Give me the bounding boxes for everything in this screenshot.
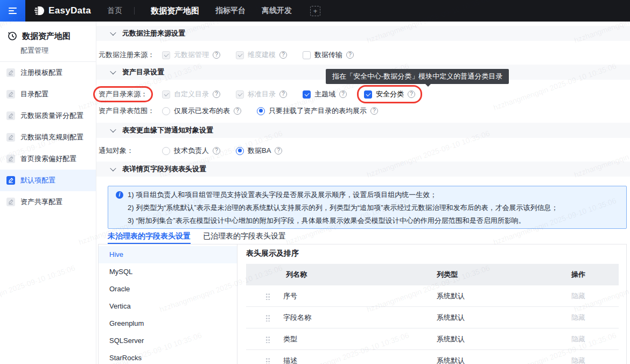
drag-handle-icon[interactable] <box>265 357 270 364</box>
edit-icon <box>6 111 15 120</box>
db-item-vertica[interactable]: Vertica <box>99 298 237 315</box>
radio-option-published-only: 仅展示已发布的表 ? <box>162 106 241 116</box>
section-lineage-notify[interactable]: 表变更血缘下游通知对象设置 <box>96 123 630 138</box>
checkbox[interactable] <box>303 90 311 99</box>
help-icon[interactable]: ? <box>370 107 378 115</box>
hide-action-link[interactable]: 隐藏 <box>538 291 619 301</box>
edit-icon <box>6 68 15 77</box>
db-item-mysql[interactable]: MySQL <box>99 263 237 281</box>
radio-button[interactable] <box>162 107 170 115</box>
db-item-sqlserver[interactable]: SQLServer <box>99 332 237 349</box>
sidebar-item-label: 资产共享配置 <box>20 197 62 207</box>
db-item-hive[interactable]: Hive <box>99 246 237 263</box>
checkbox-option-standard-catalog: 标准目录 ? <box>236 89 287 99</box>
notice-line: 3) “附加列集合”表示在模型设计中心增加的附加列字段，具体最终展示效果会受模型… <box>128 214 526 227</box>
help-icon[interactable]: ? <box>408 90 415 98</box>
tab-governed-tables[interactable]: 已治理表的字段表头设置 <box>203 232 286 244</box>
help-icon[interactable]: ? <box>346 51 354 59</box>
help-icon[interactable]: ? <box>339 90 347 98</box>
brand-name: EasyData <box>48 5 91 16</box>
nav-item-home[interactable]: 首页 <box>107 6 122 16</box>
brand-logo[interactable]: EasyData <box>34 5 91 16</box>
column-type: 系统默认 <box>381 356 538 364</box>
db-item-starrocks[interactable]: StarRocks <box>99 349 237 364</box>
column-name: 字段名称 <box>283 313 311 323</box>
help-icon[interactable]: ? <box>213 90 220 98</box>
section-title: 表详情页字段列表表头设置 <box>122 164 206 174</box>
checkbox[interactable] <box>364 90 372 99</box>
top-nav-menu: 首页 数据资产地图 指标平台 离线开发 + <box>91 6 320 16</box>
notify-target-row: 通知对象： 技术负责人 ? 数据BA ? <box>96 143 630 158</box>
panel-title: 表头展示及排序 <box>246 249 619 258</box>
field-label: 通知对象： <box>99 146 162 156</box>
hide-action-link[interactable]: 隐藏 <box>538 313 619 323</box>
tab-ungoverned-tables[interactable]: 未治理表的字段表头设置 <box>108 232 191 244</box>
red-annotation-box-security-category: 指在「安全中心-数据分类」模块中定义的普通分类目录 安全分类 ? <box>357 85 422 103</box>
red-annotation-box: 资产目录来源： <box>93 86 153 102</box>
column-name: 类型 <box>283 334 297 344</box>
sidebar-item-metadata-fill-rule[interactable]: 元数据填充规则配置 <box>0 127 96 148</box>
sidebar-item-label: 目录配置 <box>20 89 48 99</box>
sidebar-item-register-template[interactable]: 注册模板配置 <box>0 62 96 83</box>
section-title: 资产目录设置 <box>122 67 164 77</box>
help-icon[interactable]: ? <box>213 147 220 155</box>
notice-box: i 1) 项目组负责人和项目组管理员支持设置表头字段是否展示及展示顺序，设置后项… <box>108 186 627 229</box>
nav-item-metrics-platform[interactable]: 指标平台 <box>215 6 246 16</box>
nav-divider <box>134 7 135 15</box>
sidebar-item-home-search-preference[interactable]: 首页搜索偏好配置 <box>0 148 96 170</box>
field-label: 元数据注册来源： <box>99 50 162 60</box>
main-content: 元数据注册来源设置 元数据注册来源： 元数据管理 ? 维度建模 ? 数据传输 <box>96 22 630 364</box>
easydata-logo-icon <box>34 5 45 16</box>
db-item-oracle[interactable]: Oracle <box>99 281 237 298</box>
table-row: 字段名称 系统默认 隐藏 <box>246 307 619 328</box>
nav-item-data-asset-map[interactable]: 数据资产地图 <box>151 6 199 16</box>
field-label: 资产目录表范围： <box>99 106 162 116</box>
sidebar-item-metadata-quality-score[interactable]: 元数据质量评分配置 <box>0 105 96 127</box>
db-item-greenplum[interactable]: Greenplum <box>99 315 237 332</box>
column-type: 系统默认 <box>381 313 538 323</box>
hide-action-link[interactable]: 隐藏 <box>538 356 619 364</box>
checkbox-option-subject-domain: 主题域 ? <box>303 89 347 99</box>
nav-item-offline-dev[interactable]: 离线开发 <box>262 6 292 16</box>
checkbox[interactable] <box>303 51 311 59</box>
sidebar-item-default-config[interactable]: 默认项配置 <box>0 170 96 191</box>
db-type-list: Hive MySQL Oracle Vertica Greenplum SQLS… <box>99 244 237 364</box>
sidebar-item-label: 注册模板配置 <box>20 68 62 78</box>
drag-handle-icon[interactable] <box>265 335 270 343</box>
sidebar-item-asset-share-config[interactable]: 资产共享配置 <box>0 191 96 213</box>
notice-line: 2) 列类型为“系统默认”表示是未治理的表系统默认支持展示的列，列类型为“追加项… <box>128 201 558 214</box>
radio-button[interactable] <box>257 107 265 115</box>
checkbox[interactable] <box>162 51 170 59</box>
help-icon[interactable]: ? <box>279 90 287 98</box>
table-header-row: 列名称 列类型 操作 <box>246 264 619 285</box>
help-icon[interactable]: ? <box>213 51 220 59</box>
checkbox[interactable] <box>236 51 244 59</box>
sidebar-item-catalog-config[interactable]: 目录配置 <box>0 83 96 105</box>
column-header-action: 操作 <box>538 270 619 279</box>
hide-action-link[interactable]: 隐藏 <box>538 334 619 344</box>
section-table-header-config[interactable]: 表详情页字段列表表头设置 <box>96 162 630 177</box>
help-icon[interactable]: ? <box>275 147 282 155</box>
checkbox[interactable] <box>162 90 170 99</box>
metadata-source-row: 元数据注册来源： 元数据管理 ? 维度建模 ? 数据传输 ? <box>96 47 630 62</box>
radio-button[interactable] <box>162 147 170 155</box>
column-header-type: 列类型 <box>381 270 538 279</box>
app-grid-icon[interactable]: + <box>310 6 320 16</box>
top-navbar: EasyData 首页 数据资产地图 指标平台 离线开发 + <box>0 0 630 22</box>
sidebar: 数据资产地图 配置管理 注册模板配置 目录配置 元数据质量评分配置 元数据填充规… <box>0 22 96 364</box>
radio-button[interactable] <box>236 147 244 155</box>
sidebar-item-label: 元数据填充规则配置 <box>20 132 83 142</box>
data-map-icon <box>7 31 18 41</box>
radio-option-data-ba: 数据BA ? <box>236 146 282 156</box>
checkbox[interactable] <box>236 90 244 99</box>
sidebar-subtitle: 配置管理 <box>20 45 96 56</box>
help-icon[interactable]: ? <box>234 107 241 115</box>
section-metadata-register-source[interactable]: 元数据注册来源设置 <box>96 26 630 41</box>
drag-handle-icon[interactable] <box>265 314 270 321</box>
drag-handle-icon[interactable] <box>265 292 270 300</box>
info-icon: i <box>116 191 123 199</box>
sidebar-collapse-button[interactable] <box>0 0 25 22</box>
column-name: 描述 <box>283 356 297 364</box>
sidebar-item-label: 首页搜索偏好配置 <box>20 154 76 164</box>
help-icon[interactable]: ? <box>279 51 287 59</box>
